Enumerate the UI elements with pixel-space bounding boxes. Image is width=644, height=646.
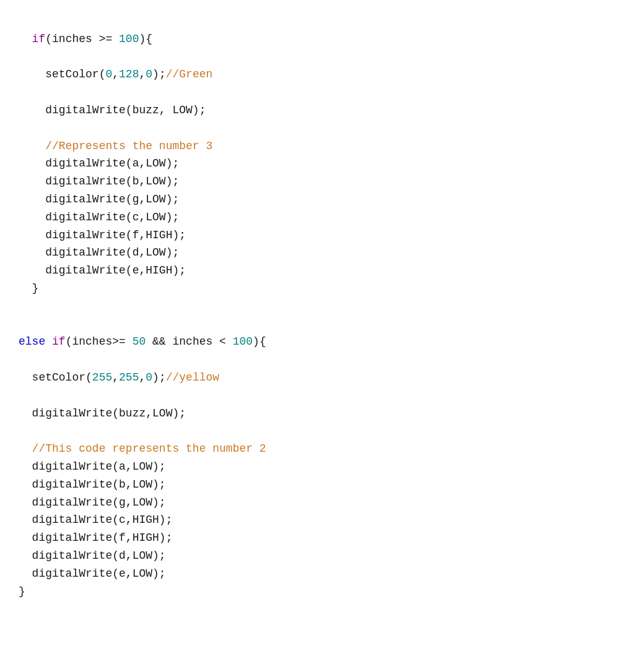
code-token: digitalWrite(buzz, LOW); bbox=[45, 104, 206, 116]
code-line: digitalWrite(d,LOW); bbox=[19, 547, 625, 565]
code-token: //Represents the number 3 bbox=[45, 140, 212, 152]
code-token: 0 bbox=[146, 371, 152, 384]
code-token: 255 bbox=[92, 371, 112, 384]
code-token: >= bbox=[112, 335, 132, 348]
code-token bbox=[19, 282, 32, 295]
code-line: digitalWrite(c,HIGH); bbox=[19, 511, 625, 529]
code-token: inches bbox=[52, 33, 92, 45]
code-line bbox=[19, 84, 625, 101]
code-token: inches bbox=[72, 335, 112, 348]
code-token bbox=[19, 68, 45, 80]
code-token bbox=[19, 104, 45, 116]
code-token bbox=[19, 157, 45, 170]
code-token: 128 bbox=[119, 68, 139, 80]
code-line: digitalWrite(buzz, LOW); bbox=[19, 101, 625, 119]
code-line: digitalWrite(f,HIGH); bbox=[19, 226, 625, 244]
code-line: setColor(0,128,0);//Green bbox=[19, 66, 625, 84]
code-token bbox=[19, 496, 32, 509]
code-token bbox=[19, 211, 45, 223]
code-token: ){ bbox=[253, 335, 266, 348]
code-line: digitalWrite(g,LOW); bbox=[19, 191, 625, 209]
code-line bbox=[19, 298, 625, 316]
code-token bbox=[19, 442, 32, 455]
code-token: digitalWrite(c,LOW); bbox=[45, 211, 179, 223]
code-token: } bbox=[32, 282, 39, 295]
code-line bbox=[19, 387, 625, 405]
code-token bbox=[19, 33, 32, 45]
code-token: //yellow bbox=[166, 371, 219, 384]
code-token: ){ bbox=[139, 33, 152, 45]
code-line bbox=[19, 351, 625, 369]
code-token: digitalWrite(e,HIGH); bbox=[45, 264, 186, 277]
code-token: ( bbox=[66, 335, 72, 348]
code-line: if(inches >= 100){ bbox=[19, 30, 625, 48]
code-token: ( bbox=[45, 33, 52, 45]
code-token bbox=[19, 478, 32, 491]
code-token bbox=[19, 140, 45, 152]
code-line: digitalWrite(g,LOW); bbox=[19, 494, 625, 512]
code-line: //This code represents the number 2 bbox=[19, 440, 625, 458]
code-token bbox=[19, 264, 45, 277]
code-line: } bbox=[19, 583, 625, 601]
code-token: digitalWrite(g,LOW); bbox=[45, 193, 179, 205]
code-token: setColor( bbox=[32, 371, 92, 384]
code-token: digitalWrite(b,LOW); bbox=[32, 478, 166, 491]
code-line: } bbox=[19, 280, 625, 298]
code-token bbox=[19, 567, 32, 580]
code-token: 0 bbox=[146, 68, 152, 80]
code-token bbox=[19, 371, 32, 384]
code-token: digitalWrite(d,LOW); bbox=[45, 246, 179, 259]
code-token: digitalWrite(b,LOW); bbox=[45, 175, 179, 187]
code-line: digitalWrite(f,HIGH); bbox=[19, 529, 625, 547]
code-token: 100 bbox=[233, 335, 253, 348]
code-token: digitalWrite(e,LOW); bbox=[32, 567, 166, 580]
code-line: digitalWrite(e,LOW); bbox=[19, 565, 625, 583]
code-token bbox=[19, 175, 45, 187]
code-line: //Represents the number 3 bbox=[19, 137, 625, 155]
code-token: 50 bbox=[133, 335, 146, 348]
code-token: digitalWrite(c,HIGH); bbox=[32, 514, 173, 526]
code-token bbox=[19, 193, 45, 205]
code-token bbox=[19, 246, 45, 259]
code-token: if bbox=[32, 33, 46, 45]
code-token: digitalWrite(g,LOW); bbox=[32, 496, 166, 509]
code-token: , bbox=[112, 371, 119, 384]
code-token: digitalWrite(f,HIGH); bbox=[45, 229, 186, 241]
code-line: setColor(255,255,0);//yellow bbox=[19, 369, 625, 387]
code-line: digitalWrite(buzz,LOW); bbox=[19, 405, 625, 423]
code-token bbox=[19, 532, 32, 544]
code-line: digitalWrite(d,LOW); bbox=[19, 244, 625, 262]
code-line bbox=[19, 422, 625, 440]
code-token: //Green bbox=[166, 68, 213, 80]
code-token: && bbox=[146, 335, 172, 348]
code-token: , bbox=[112, 68, 119, 80]
code-line: digitalWrite(a,LOW); bbox=[19, 458, 625, 476]
code-line bbox=[19, 119, 625, 137]
code-token: 255 bbox=[119, 371, 139, 384]
code-token: , bbox=[139, 68, 146, 80]
code-token: //This code represents the number 2 bbox=[32, 442, 266, 455]
code-token: ); bbox=[152, 371, 166, 384]
code-token: ); bbox=[152, 68, 166, 80]
code-token bbox=[19, 460, 32, 473]
code-line: digitalWrite(b,LOW); bbox=[19, 476, 625, 494]
code-token: } bbox=[19, 585, 25, 598]
code-line bbox=[19, 316, 625, 334]
code-token: < bbox=[212, 335, 232, 348]
code-line bbox=[19, 48, 625, 66]
code-line: digitalWrite(b,LOW); bbox=[19, 173, 625, 191]
code-token: else bbox=[19, 335, 52, 348]
code-token: digitalWrite(a,LOW); bbox=[45, 157, 179, 170]
code-token: digitalWrite(f,HIGH); bbox=[32, 532, 173, 544]
code-token: digitalWrite(buzz,LOW); bbox=[32, 407, 186, 420]
code-line: else if(inches>= 50 && inches < 100){ bbox=[19, 333, 625, 351]
code-token: 0 bbox=[105, 68, 112, 80]
code-token: if bbox=[52, 335, 66, 348]
code-line: digitalWrite(a,LOW); bbox=[19, 155, 625, 173]
code-token: setColor( bbox=[45, 68, 105, 80]
code-token: 100 bbox=[119, 33, 139, 45]
code-line: digitalWrite(c,LOW); bbox=[19, 209, 625, 226]
code-editor: if(inches >= 100){ setColor(0,128,0);//G… bbox=[19, 12, 625, 600]
code-token bbox=[19, 549, 32, 562]
code-line: digitalWrite(e,HIGH); bbox=[19, 262, 625, 280]
